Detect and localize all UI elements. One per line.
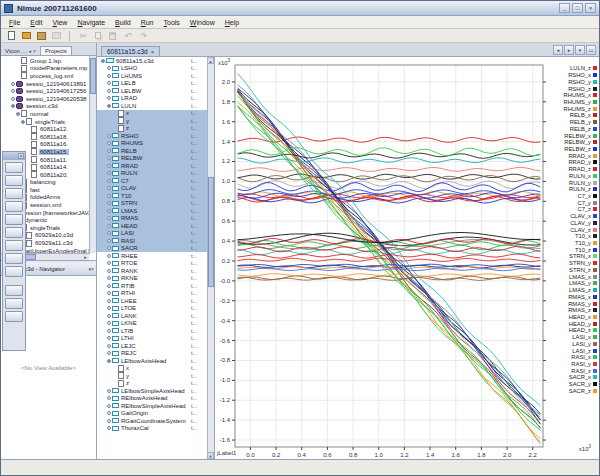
list-item-relbw[interactable]: RELBWt... bbox=[97, 155, 207, 163]
list-item-lthi[interactable]: LTHIt... bbox=[97, 335, 207, 343]
expand-icon[interactable] bbox=[105, 426, 112, 430]
list-item-rasi[interactable]: RASIt... bbox=[97, 237, 207, 245]
expand-icon[interactable] bbox=[105, 156, 112, 160]
list-item-strn[interactable]: STRNt... bbox=[97, 200, 207, 208]
list-item-z[interactable]: zt... bbox=[97, 125, 207, 133]
expand-icon[interactable] bbox=[105, 336, 112, 340]
tree-item-singletrials[interactable]: singleTrials bbox=[2, 118, 96, 126]
expand-icon[interactable] bbox=[105, 321, 112, 325]
list-item-rrad[interactable]: RRADt... bbox=[97, 162, 207, 170]
expand-icon[interactable] bbox=[105, 96, 112, 100]
list-item-60811a15-c3d[interactable]: 60811a15.c3dt... bbox=[97, 57, 207, 65]
list-item-rejc[interactable]: REJCt... bbox=[97, 350, 207, 358]
menu-file[interactable]: File bbox=[4, 18, 25, 27]
list-item-lhums[interactable]: LHUMSt... bbox=[97, 72, 207, 80]
list-item-x[interactable]: xt... bbox=[97, 110, 207, 118]
tabs-scroll-left-button[interactable]: ◂ bbox=[553, 45, 563, 55]
open-file-button[interactable] bbox=[50, 30, 63, 42]
tab-projects[interactable]: Projects bbox=[40, 46, 72, 55]
paste-button[interactable] bbox=[106, 30, 119, 42]
expand-icon[interactable] bbox=[105, 404, 112, 408]
palette-button-2[interactable] bbox=[5, 175, 23, 186]
list-item-ltoe[interactable]: LTOEt... bbox=[97, 305, 207, 313]
list-item-lrad[interactable]: LRADt... bbox=[97, 95, 207, 103]
list-item-rtoe[interactable]: RTOEt... bbox=[97, 260, 207, 268]
tree-item-group-1-lsp[interactable]: Group 1.lsp bbox=[2, 57, 96, 65]
palette-button-6[interactable] bbox=[5, 227, 23, 238]
palette-button-8[interactable] bbox=[5, 253, 23, 264]
list-item-ltib[interactable]: LTIBt... bbox=[97, 327, 207, 335]
list-vertical-scrollbar[interactable]: ▴ ▾ bbox=[207, 57, 214, 459]
list-item-lhee[interactable]: LHEEt... bbox=[97, 297, 207, 305]
close-tab-icon[interactable]: × bbox=[33, 48, 36, 54]
palette-button-12[interactable] bbox=[5, 311, 23, 322]
list-item-ruln[interactable]: RULNt... bbox=[97, 170, 207, 178]
list-item-y[interactable]: yt... bbox=[97, 372, 207, 380]
list-item-lkne[interactable]: LKNEt... bbox=[97, 320, 207, 328]
expand-icon[interactable] bbox=[105, 224, 112, 228]
list-item-rhums[interactable]: RHUMSt... bbox=[97, 140, 207, 148]
redo-button[interactable] bbox=[136, 30, 149, 42]
list-item-lasi[interactable]: LASIt... bbox=[97, 230, 207, 238]
list-item-lelb[interactable]: LELBt... bbox=[97, 80, 207, 88]
expand-icon[interactable] bbox=[105, 239, 112, 243]
expand-icon[interactable] bbox=[105, 291, 112, 295]
save-all-button[interactable] bbox=[35, 30, 48, 42]
list-item-rkne[interactable]: RKNEt... bbox=[97, 275, 207, 283]
expand-icon[interactable] bbox=[105, 164, 112, 168]
expand-icon[interactable] bbox=[105, 269, 112, 273]
scroll-up-icon[interactable]: ▴ bbox=[207, 57, 214, 64]
collapse-icon[interactable] bbox=[14, 112, 21, 116]
expand-icon[interactable] bbox=[105, 351, 112, 355]
open-project-button[interactable] bbox=[20, 30, 33, 42]
expand-icon[interactable] bbox=[105, 194, 112, 198]
tree-item-sessio-121940617256[interactable]: sessio_121940617256 bbox=[2, 87, 96, 95]
expand-icon[interactable] bbox=[9, 97, 16, 101]
list-item-relbowaxishead[interactable]: RElbowAxisHeadt... bbox=[97, 395, 207, 403]
list-item-lejc[interactable]: LEJCt... bbox=[97, 342, 207, 350]
list-item-lmas[interactable]: LMASt... bbox=[97, 207, 207, 215]
tree-item-60811a18-[interactable]: 60811a18. bbox=[2, 133, 96, 141]
expand-icon[interactable] bbox=[105, 306, 112, 310]
list-item-relbowsimpleaxishead[interactable]: RElbowSimpleAxisHeadt... bbox=[97, 402, 207, 410]
expand-icon[interactable] bbox=[105, 411, 112, 415]
list-item-head[interactable]: HEADt... bbox=[97, 222, 207, 230]
menu-help[interactable]: Help bbox=[220, 18, 244, 27]
expand-icon[interactable] bbox=[105, 276, 112, 280]
close-button[interactable]: × bbox=[585, 3, 596, 13]
expand-icon[interactable] bbox=[105, 389, 112, 393]
tree-vscroll-thumb[interactable] bbox=[90, 58, 96, 94]
new-file-button[interactable] bbox=[5, 30, 18, 42]
list-item-c7[interactable]: C7t... bbox=[97, 177, 207, 185]
tree-item-60811a12-[interactable]: 60811a12. bbox=[2, 125, 96, 133]
expand-icon[interactable] bbox=[9, 82, 16, 86]
expand-icon[interactable] bbox=[105, 396, 112, 400]
expand-icon[interactable] bbox=[105, 254, 112, 258]
tab-vicon[interactable]: Vicon ... ◂ × bbox=[1, 47, 40, 55]
list-item-thoraxcal[interactable]: ThoraxCalt... bbox=[97, 425, 207, 433]
list-item-rgaitcoordinatesystem[interactable]: RGaitCoordinateSystemt... bbox=[97, 417, 207, 425]
list-item-lelbw[interactable]: LELBWt... bbox=[97, 87, 207, 95]
list-item-lelbowaxishead[interactable]: LElbowAxisHeadt... bbox=[97, 357, 207, 365]
list-item-rmas[interactable]: RMASt... bbox=[97, 215, 207, 223]
tree-item-process-log-xml[interactable]: process_log.xml bbox=[2, 72, 96, 80]
menu-window[interactable]: Window bbox=[185, 18, 220, 27]
list-item-x[interactable]: xt... bbox=[97, 365, 207, 373]
expand-icon[interactable] bbox=[105, 179, 112, 183]
palette-button-10[interactable] bbox=[5, 285, 23, 296]
list-item-sacr[interactable]: SACRt... bbox=[97, 245, 207, 253]
palette-close-icon[interactable]: × bbox=[18, 153, 24, 159]
menu-tools[interactable]: Tools bbox=[159, 18, 185, 27]
expand-icon[interactable] bbox=[105, 231, 112, 235]
expand-icon[interactable] bbox=[105, 209, 112, 213]
floating-palette[interactable]: × bbox=[2, 151, 26, 351]
title-bar[interactable]: Nimue 200711261600 _ □ × bbox=[1, 1, 599, 16]
expand-icon[interactable] bbox=[105, 419, 112, 423]
expand-icon[interactable] bbox=[105, 149, 112, 153]
expand-icon[interactable] bbox=[105, 134, 112, 138]
menu-run[interactable]: Run bbox=[136, 18, 159, 27]
document-tab-close-icon[interactable]: × bbox=[151, 49, 155, 55]
menu-edit[interactable]: Edit bbox=[25, 18, 47, 27]
minimize-button[interactable]: _ bbox=[559, 3, 570, 13]
tree-item-session-c3d[interactable]: session.c3d bbox=[2, 103, 96, 111]
